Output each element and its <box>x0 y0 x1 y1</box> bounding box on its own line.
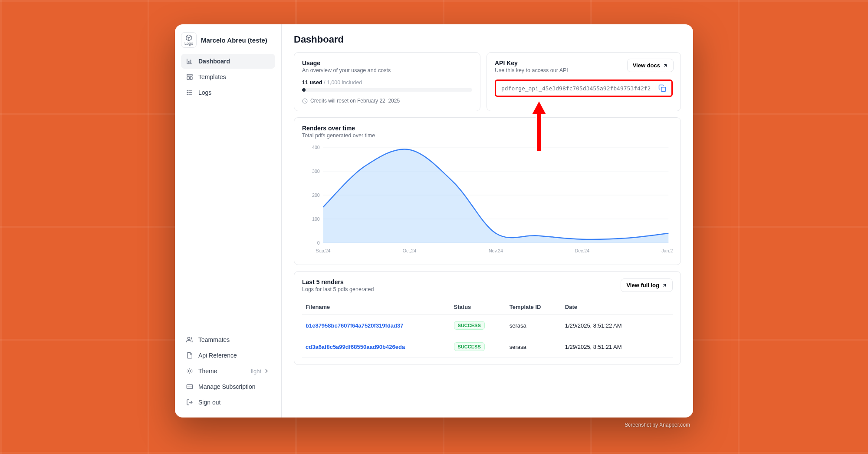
svg-text:Jan,25: Jan,25 <box>661 248 673 253</box>
logout-icon <box>186 399 193 406</box>
svg-rect-25 <box>661 87 666 92</box>
svg-line-15 <box>187 369 188 369</box>
nav-templates[interactable]: Templates <box>181 70 275 84</box>
templates-icon <box>186 73 193 80</box>
workspace-name: Marcelo Abreu (teste) <box>201 36 267 44</box>
nav-theme[interactable]: Theme light <box>181 364 275 378</box>
external-link-icon <box>662 283 667 288</box>
nav-manage-subscription[interactable]: Manage Subscription <box>181 379 275 394</box>
usage-progress <box>302 88 472 92</box>
svg-text:Oct,24: Oct,24 <box>403 248 416 253</box>
view-docs-button[interactable]: View docs <box>627 59 674 72</box>
renders-table: Filename Status Template ID Date b1e8795… <box>302 299 673 358</box>
nav-label: Templates <box>198 73 226 80</box>
template-id: serasa <box>506 315 562 336</box>
render-date: 1/29/2025, 8:51:21 AM <box>562 336 673 358</box>
chart-title: Renders over time <box>302 125 673 132</box>
logo-text: Logo <box>184 41 193 46</box>
svg-text:Sep,24: Sep,24 <box>316 248 331 253</box>
svg-text:Nov,24: Nov,24 <box>489 248 503 253</box>
template-id: serasa <box>506 336 562 358</box>
sun-icon <box>186 368 193 374</box>
nav-sign-out[interactable]: Sign out <box>181 395 275 410</box>
users-icon <box>186 336 193 343</box>
last-renders-title: Last 5 renders <box>302 278 374 285</box>
svg-rect-0 <box>188 61 189 63</box>
top-cards-row: Usage An overview of your usage and cost… <box>294 52 681 111</box>
usage-card: Usage An overview of your usage and cost… <box>294 52 480 111</box>
renders-area-chart: 0100200300400Sep,24Oct,24Nov,24Dec,24Jan… <box>302 143 673 256</box>
nav-logs[interactable]: Logs <box>181 85 275 100</box>
watermark: Screenshot by Xnapper.com <box>625 422 690 428</box>
nav-teammates[interactable]: Teammates <box>181 332 275 347</box>
usage-count: 11 used / 1,000 included <box>302 80 472 86</box>
box-icon <box>185 34 192 41</box>
bar-chart-icon <box>186 58 193 65</box>
svg-text:300: 300 <box>312 169 320 174</box>
last-renders-card: Last 5 renders Logs for last 5 pdfs gene… <box>294 271 681 365</box>
nav-api-reference[interactable]: Api Reference <box>181 348 275 363</box>
svg-line-19 <box>187 373 188 373</box>
api-key-card: API Key Use this key to access our API V… <box>487 52 681 111</box>
svg-rect-2 <box>187 74 192 76</box>
render-date: 1/29/2025, 8:51:22 AM <box>562 315 673 336</box>
svg-text:200: 200 <box>312 192 320 198</box>
page-title: Dashboard <box>294 34 681 45</box>
main-content: Dashboard Usage An overview of your usag… <box>282 24 693 418</box>
file-icon <box>186 352 193 359</box>
table-header-row: Filename Status Template ID Date <box>302 299 673 315</box>
theme-value: light <box>251 368 270 374</box>
status-badge: SUCCESS <box>454 342 485 351</box>
svg-point-10 <box>187 94 187 94</box>
col-filename: Filename <box>302 299 450 315</box>
svg-text:100: 100 <box>312 216 320 222</box>
status-badge: SUCCESS <box>454 321 485 330</box>
view-full-log-button[interactable]: View full log <box>621 278 673 292</box>
primary-nav: Dashboard Templates Logs <box>181 54 275 100</box>
nav-label: Logs <box>198 89 211 96</box>
svg-line-20 <box>191 369 192 369</box>
nav-label: Dashboard <box>198 58 230 65</box>
renders-chart-card: Renders over time Total pdfs generated o… <box>294 117 681 265</box>
svg-point-11 <box>187 337 190 339</box>
sidebar: Logo Marcelo Abreu (teste) Dashboard Tem… <box>175 24 282 418</box>
nav-dashboard[interactable]: Dashboard <box>181 54 275 69</box>
external-link-icon <box>663 63 668 68</box>
clock-icon <box>302 98 308 104</box>
svg-line-16 <box>191 373 192 373</box>
last-renders-subtitle: Logs for last 5 pdfs generated <box>302 286 374 292</box>
chart-area: 0100200300400Sep,24Oct,24Nov,24Dec,24Jan… <box>302 143 673 258</box>
svg-rect-1 <box>190 60 191 63</box>
col-template: Template ID <box>506 299 562 315</box>
usage-title: Usage <box>302 60 472 66</box>
col-status: Status <box>450 299 506 315</box>
svg-text:400: 400 <box>312 145 320 150</box>
nav-label: Manage Subscription <box>198 383 256 390</box>
svg-point-9 <box>187 92 187 93</box>
chart-subtitle: Total pdfs generated over time <box>302 133 673 139</box>
workspace-switcher[interactable]: Logo Marcelo Abreu (teste) <box>181 32 275 48</box>
filename-link[interactable]: b1e87958bc7607f64a7520f319fdad37 <box>306 322 404 329</box>
copy-icon[interactable] <box>658 84 666 92</box>
svg-rect-4 <box>190 77 192 80</box>
usage-progress-fill <box>302 88 306 92</box>
nav-label: Theme <box>198 368 217 374</box>
svg-rect-21 <box>187 384 192 388</box>
list-icon <box>186 89 193 96</box>
table-row: b1e87958bc7607f64a7520f319fdad37SUCCESSs… <box>302 315 673 336</box>
nav-label: Api Reference <box>198 352 237 359</box>
table-row: cd3a6af8c5a99df68550aad90b426edaSUCCESSs… <box>302 336 673 358</box>
sidebar-footer: Teammates Api Reference Theme light Mana… <box>181 332 275 410</box>
svg-rect-3 <box>187 77 189 80</box>
usage-reset: Credits will reset on February 22, 2025 <box>302 98 472 104</box>
svg-text:0: 0 <box>317 240 320 245</box>
logo: Logo <box>181 32 197 48</box>
filename-link[interactable]: cd3a6af8c5a99df68550aad90b426eda <box>306 344 405 350</box>
usage-subtitle: An overview of your usage and costs <box>302 67 472 73</box>
app-window: Logo Marcelo Abreu (teste) Dashboard Tem… <box>175 24 693 418</box>
api-key-value[interactable]: pdforge_api_45e3d98fc705d3455a92fb49753f… <box>501 85 654 92</box>
svg-point-12 <box>188 370 191 372</box>
nav-label: Sign out <box>198 399 220 406</box>
svg-text:Dec,24: Dec,24 <box>575 248 589 253</box>
credit-card-icon <box>186 383 193 390</box>
